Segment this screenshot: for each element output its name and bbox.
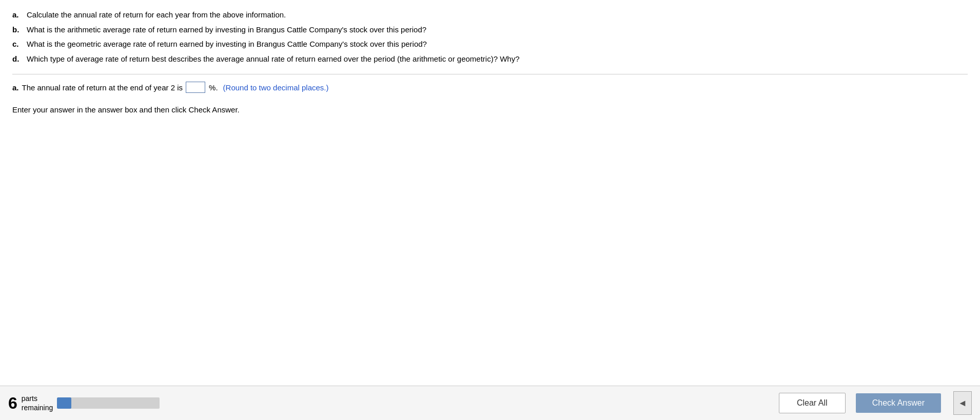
question-text-a: Calculate the annual rate of return for … — [27, 9, 968, 21]
clear-all-button[interactable]: Clear All — [779, 393, 846, 413]
answer-row-a: a. The annual rate of return at the end … — [12, 82, 968, 93]
answer-prefix-text: The annual rate of return at the end of … — [22, 83, 183, 92]
question-text-d: Which type of average rate of return bes… — [27, 53, 968, 65]
progress-bar-fill — [57, 397, 71, 409]
percent-sign: %. — [209, 83, 218, 92]
question-label-d: d. — [12, 53, 27, 65]
answer-input-year2[interactable] — [186, 82, 205, 93]
question-text-c: What is the geometric average rate of re… — [27, 39, 968, 50]
question-label-a: a. — [12, 9, 27, 21]
answer-label-a: a. — [12, 83, 19, 92]
section-divider — [12, 74, 968, 74]
progress-bar-container — [57, 397, 160, 409]
back-icon: ◄ — [958, 398, 967, 409]
question-item-a: a. Calculate the annual rate of return f… — [12, 9, 968, 21]
footer: 6 parts remaining Clear All Check Answer… — [0, 386, 980, 420]
parts-count: 6 — [8, 395, 17, 411]
answer-section: a. The annual rate of return at the end … — [12, 82, 968, 93]
main-content: a. Calculate the annual rate of return f… — [0, 0, 980, 386]
instructions-text: Enter your answer in the answer box and … — [12, 101, 968, 114]
back-button[interactable]: ◄ — [953, 391, 972, 415]
parts-remaining: 6 parts remaining — [8, 394, 160, 412]
check-answer-button[interactable]: Check Answer — [856, 393, 941, 413]
parts-label: parts remaining — [22, 394, 53, 412]
question-label-b: b. — [12, 24, 27, 36]
question-item-c: c. What is the geometric average rate of… — [12, 39, 968, 50]
question-text-b: What is the arithmetic average rate of r… — [27, 24, 968, 36]
question-item-b: b. What is the arithmetic average rate o… — [12, 24, 968, 36]
question-label-c: c. — [12, 39, 27, 50]
round-hint: (Round to two decimal places.) — [223, 83, 329, 92]
question-item-d: d. Which type of average rate of return … — [12, 53, 968, 65]
questions-section: a. Calculate the annual rate of return f… — [12, 9, 968, 65]
